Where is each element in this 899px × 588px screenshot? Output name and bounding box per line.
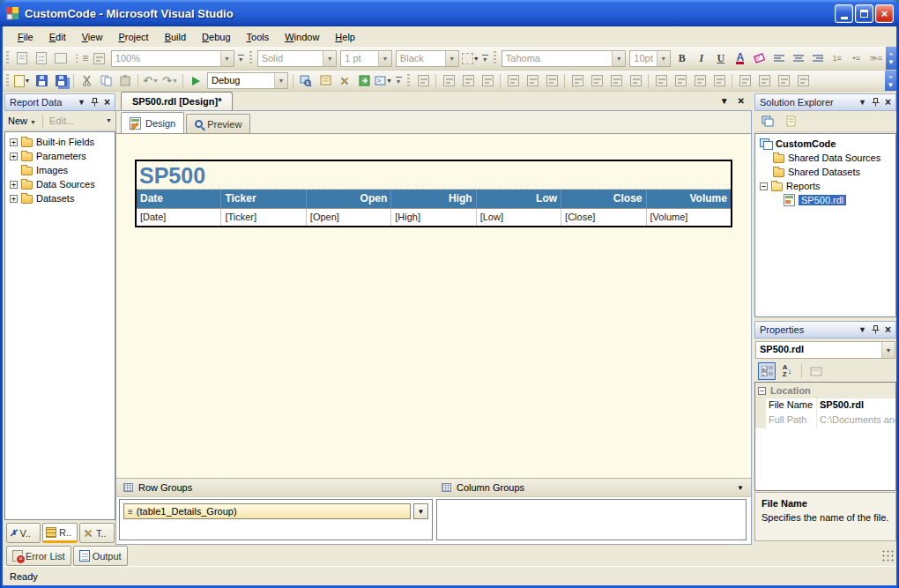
column-header-high[interactable]: High [390,190,475,208]
menu-window[interactable]: Window [277,28,327,46]
active-files-dropdown-icon[interactable]: ▼ [720,96,729,106]
field-high[interactable]: [High] [390,209,475,226]
tree-item-sp500-rdl[interactable]: SP500.rdl [755,193,895,207]
menu-view[interactable]: View [74,28,111,46]
show-all-files-icon[interactable] [782,113,799,130]
align-middles-icon[interactable] [524,72,541,89]
menu-project[interactable]: Project [110,28,156,46]
toolbar-overflow-icon[interactable]: ▼ [106,117,112,123]
toolbar-overflow-icon[interactable]: ▼ [236,47,246,70]
object-selector-combo[interactable]: SP500.rdl ▼ [755,341,895,359]
background-color-button[interactable] [751,50,769,67]
save-all-button[interactable] [52,72,70,89]
align-right-icon[interactable] [809,50,827,67]
start-page-button[interactable] [355,72,373,89]
font-size-combo[interactable]: 10pt▼ [629,50,670,67]
properties-icon[interactable] [759,113,776,130]
toolbar-grip[interactable] [407,74,410,88]
report-page-icon[interactable] [33,50,50,67]
auto-hide-pin-icon[interactable] [872,325,880,334]
align-left-icon[interactable] [770,50,788,67]
tree-item-images[interactable]: Images [5,163,115,177]
menu-build[interactable]: Build [157,28,194,46]
remove-h-spacing-icon[interactable] [710,72,728,89]
tab-design[interactable]: Design [121,112,184,133]
tree-item-datasets[interactable]: + Datasets [5,191,115,205]
column-header-ticker[interactable]: Ticker [220,190,305,208]
solution-explorer-button[interactable] [297,72,315,89]
ruler-icon[interactable] [91,50,108,67]
column-header-low[interactable]: Low [476,190,561,208]
tab-preview[interactable]: Preview [186,114,250,133]
zoom-combo[interactable]: 100%▼ [111,50,234,67]
save-button[interactable] [33,72,50,89]
align-bottoms-icon[interactable] [543,72,561,89]
categorized-icon[interactable]: ++ [758,362,776,380]
redo-icon[interactable]: ↷▼ [161,72,179,89]
expand-icon[interactable]: + [10,138,18,146]
field-open[interactable]: [Open] [306,209,390,226]
align-rights-icon[interactable] [479,72,496,89]
property-row-full-path[interactable]: Full Path C:\Documents and [755,413,895,428]
report-title-textbox[interactable]: SP500 [137,161,731,190]
border-style-combo[interactable]: Solid▼ [257,50,338,67]
toolbar-grip[interactable] [249,51,252,65]
category-row-location[interactable]: − Location [755,383,895,398]
report-table[interactable]: SP500 Date Ticker Open High Low Close Vo… [135,160,732,227]
window-position-icon[interactable]: ▼ [858,99,866,107]
property-pages-icon[interactable] [807,362,825,380]
field-date[interactable]: [Date] [137,209,220,226]
design-surface[interactable]: SP500 Date Ticker Open High Low Close Vo… [116,134,751,478]
menu-file[interactable]: File [10,28,41,46]
tab-output[interactable]: Output [73,546,128,566]
close-document-icon[interactable]: ✕ [738,96,745,106]
italic-button[interactable]: I [693,50,710,67]
align-tops-icon[interactable] [504,72,522,89]
close-panel-icon[interactable]: × [885,97,891,108]
size-to-grid-icon[interactable] [627,72,644,89]
close-panel-icon[interactable]: × [104,97,110,108]
properties-window-button[interactable] [316,72,334,89]
tree-item-parameters[interactable]: + Parameters [5,149,115,163]
toolbar-grip[interactable] [494,51,496,65]
border-width-combo[interactable]: 1 pt▼ [340,50,392,67]
field-ticker[interactable]: [Ticker] [220,209,305,226]
add-new-item-button[interactable]: ▼ [13,72,31,89]
tree-item-project[interactable]: CustomCode [755,137,895,151]
tab-report-data[interactable]: R.. [42,523,78,543]
grouping-pane-dropdown-icon[interactable]: ▼ [737,484,744,492]
menu-edit[interactable]: Edit [41,28,74,46]
column-header-close[interactable]: Close [561,190,645,208]
toolbar-overflow-icon[interactable]: ▼ [480,47,490,70]
tree-item-shared-data-sources[interactable]: Shared Data Sources [755,151,895,165]
same-size-icon[interactable] [607,72,625,89]
tab-error-list[interactable]: Error List [6,546,71,566]
align-centers-icon[interactable] [459,72,477,89]
border-color-combo[interactable]: Black▼ [396,50,459,67]
menu-help[interactable]: Help [327,28,363,46]
window-position-icon[interactable]: ▼ [858,326,866,334]
collapse-icon[interactable]: − [760,182,768,190]
auto-hide-pin-icon[interactable] [872,98,880,107]
vertical-spacing-icon[interactable] [736,72,754,89]
column-header-open[interactable]: Open [306,190,390,208]
property-row-file-name[interactable]: File Name SP500.rdl [755,398,895,413]
increase-h-spacing-icon[interactable] [672,72,689,89]
align-lefts-icon[interactable] [440,72,457,89]
solution-configurations-combo[interactable]: Debug▼ [207,72,288,89]
expand-icon[interactable]: + [10,195,18,203]
new-button[interactable]: New ▼ [8,115,36,126]
window-position-icon[interactable]: ▼ [78,99,85,107]
maximize-button[interactable] [855,4,873,23]
minimize-button[interactable] [835,4,853,23]
numbered-list-icon[interactable]: 1≡ [828,50,846,67]
menu-debug[interactable]: Debug [194,28,238,46]
bullet-list-icon[interactable]: •≡ [848,50,866,67]
font-color-button[interactable]: A [732,50,749,67]
bold-button[interactable]: B [673,50,691,67]
same-width-icon[interactable] [568,72,586,89]
collapse-icon[interactable]: − [758,387,766,395]
decrease-h-spacing-icon[interactable] [691,72,709,89]
row-group-dropdown-icon[interactable]: ▼ [413,503,428,519]
edit-button[interactable]: Edit... [49,115,74,126]
